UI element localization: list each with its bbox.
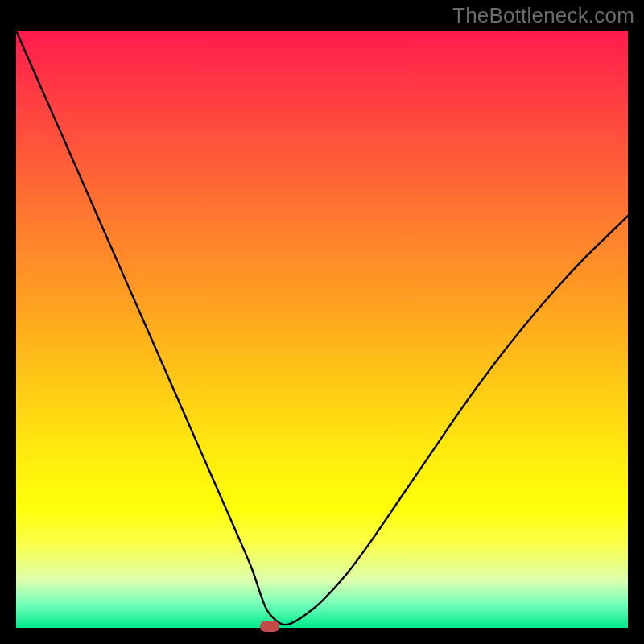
chart-plot-area (16, 31, 628, 628)
chart-line-series (16, 31, 628, 625)
watermark-text: TheBottleneck.com (452, 3, 634, 28)
chart-curve-layer (16, 31, 628, 628)
chart-marker (260, 621, 279, 632)
